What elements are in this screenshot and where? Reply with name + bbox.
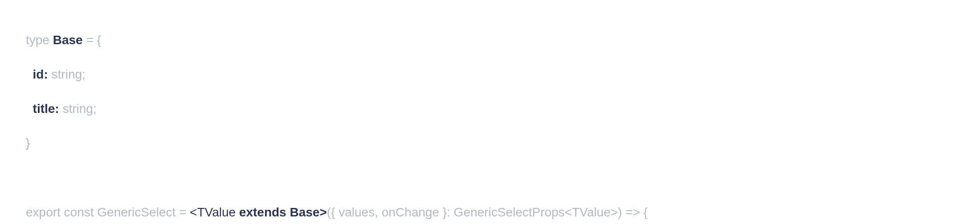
- type-string: string;: [59, 102, 97, 116]
- property-id: id:: [33, 67, 48, 81]
- code-line-6: export const GenericSelect = <TValue ext…: [26, 204, 954, 221]
- code-line-5: [26, 170, 954, 187]
- type-string: string;: [48, 67, 86, 81]
- code-line-3: title: string;: [26, 100, 954, 118]
- code-line-4: }: [26, 135, 954, 152]
- type-name: Base: [53, 33, 83, 47]
- keyword-type: type: [26, 33, 53, 47]
- code-line-2: id: string;: [26, 66, 954, 83]
- property-title: title:: [33, 102, 59, 116]
- indent: [26, 67, 33, 81]
- code-snippet: type Base = { id: string; title: string;…: [26, 14, 954, 224]
- generic-param-open: <TValue: [190, 205, 239, 219]
- export-declaration: export const GenericSelect =: [26, 205, 190, 219]
- brace-close: }: [26, 136, 30, 150]
- code-line-1: type Base = {: [26, 32, 954, 49]
- brace-open: = {: [83, 33, 101, 47]
- indent: [26, 102, 33, 116]
- extends-clause: extends Base>: [239, 205, 327, 219]
- function-signature: ({ values, onChange }: GenericSelectProp…: [327, 205, 648, 219]
